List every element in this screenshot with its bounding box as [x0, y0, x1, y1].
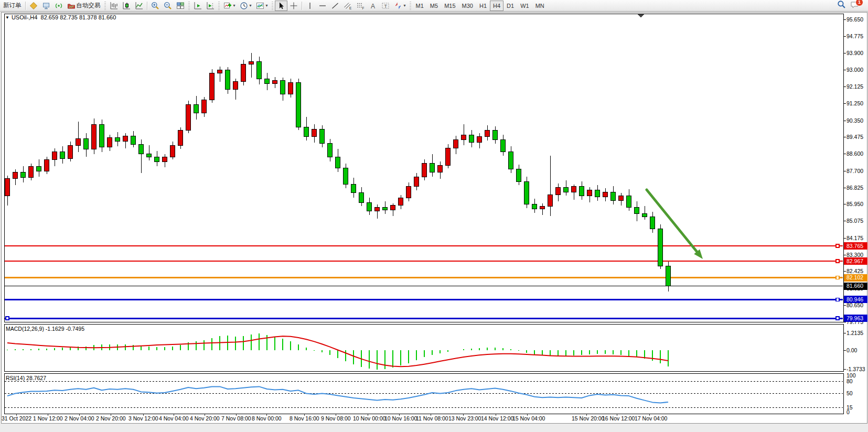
timeframe-w1-button[interactable]: W1 [517, 1, 532, 11]
arrows-button[interactable]: ▾ [392, 1, 408, 11]
svg-text:1 Nov 12:00: 1 Nov 12:00 [33, 415, 63, 422]
svg-text:95.650: 95.650 [846, 16, 863, 23]
chart-area: 95.65094.77593.90093.00092.12591.25090.3… [0, 0, 868, 432]
svg-text:A: A [371, 2, 375, 9]
chart-shift-button[interactable] [204, 1, 217, 11]
svg-text:16 Nov 12:00: 16 Nov 12:00 [602, 415, 635, 422]
svg-text:15 Nov 04:00: 15 Nov 04:00 [512, 415, 545, 422]
timeframe-m5-button[interactable]: M5 [427, 1, 441, 11]
search-icon[interactable] [837, 0, 846, 11]
svg-text:31 Oct 2022: 31 Oct 2022 [2, 415, 31, 422]
horizontal-line-button[interactable] [316, 1, 329, 11]
text-label-button[interactable]: T [379, 1, 392, 11]
candlestick-chart-button[interactable] [120, 1, 133, 11]
bar-chart-button[interactable] [108, 1, 120, 11]
mql5-diamond-icon [29, 2, 38, 10]
arrow-objects-icon [394, 2, 402, 10]
rsi-indicator-label: RSI(14) 28.7627 [6, 375, 46, 381]
svg-text:80.946: 80.946 [846, 296, 863, 303]
timeframe-group: M1M5M15M30H1H4D1W1MN [413, 1, 548, 11]
timeframe-h1-button[interactable]: H1 [476, 1, 490, 11]
svg-text:13 Nov 23:00: 13 Nov 23:00 [448, 415, 481, 422]
toolbar-grip[interactable] [218, 2, 220, 10]
timeframe-m30-button[interactable]: M30 [459, 1, 476, 11]
symbol-dropdown-icon[interactable]: ▼ [5, 15, 9, 20]
svg-text:93.900: 93.900 [846, 50, 863, 56]
svg-text:8 Nov 16:00: 8 Nov 16:00 [290, 415, 319, 422]
svg-text:82.425: 82.425 [846, 268, 863, 274]
svg-text:82.102: 82.102 [846, 274, 863, 280]
toolbar-separator [25, 2, 26, 10]
svg-text:2 Nov 20:00: 2 Nov 20:00 [96, 415, 126, 422]
templates-button[interactable]: ▾ [254, 1, 270, 11]
virtual-hosting-button[interactable] [40, 1, 52, 11]
timeframe-h4-button[interactable]: H4 [490, 1, 503, 11]
new-order-button[interactable]: 新订单 [1, 1, 24, 11]
svg-text:83.765: 83.765 [846, 243, 863, 249]
svg-text:F: F [362, 6, 364, 10]
svg-text:15 Nov 20:00: 15 Nov 20:00 [572, 415, 605, 422]
clock-icon [240, 2, 248, 10]
notification-badge: 1 [855, 0, 863, 6]
crosshair-button[interactable] [287, 1, 300, 11]
indicators-button[interactable]: ▾ [221, 1, 238, 11]
toolbar-grip[interactable] [104, 2, 106, 10]
svg-text:11 Nov 08:00: 11 Nov 08:00 [416, 415, 448, 422]
chart-shift-icon [206, 2, 215, 10]
auto-scroll-button[interactable] [191, 1, 204, 11]
bar-chart-icon [110, 2, 118, 10]
trendline-button[interactable] [329, 1, 341, 11]
svg-text:94.775: 94.775 [846, 33, 863, 39]
equidistant-channel-button[interactable]: E [341, 1, 354, 11]
svg-text:7 Nov 08:00: 7 Nov 08:00 [221, 415, 251, 422]
toolbar-grip[interactable] [188, 2, 190, 10]
toolbar-separator [147, 2, 147, 10]
timeframe-m1-button[interactable]: M1 [413, 1, 427, 11]
cursor-button[interactable] [275, 1, 287, 11]
timeframe-d1-button[interactable]: D1 [503, 1, 517, 11]
chart-ohlc-values: 82.659 82.735 81.378 81.660 [41, 14, 116, 20]
timeframe-m15-button[interactable]: M15 [441, 1, 458, 11]
cursor-arrow-icon [277, 2, 285, 10]
line-chart-icon [135, 2, 143, 10]
chat-button[interactable]: 1 [850, 1, 860, 11]
svg-text:4 Nov 04:00: 4 Nov 04:00 [159, 415, 189, 422]
mql5-community-button[interactable] [27, 1, 40, 11]
svg-text:91.250: 91.250 [846, 100, 863, 106]
toolbar-grip[interactable] [272, 2, 273, 10]
svg-text:85.950: 85.950 [846, 201, 863, 207]
svg-text:8 Nov 00:00: 8 Nov 00:00 [252, 415, 282, 422]
periods-button[interactable]: ▾ [238, 1, 254, 11]
svg-text:84.175: 84.175 [846, 235, 863, 241]
text-a-icon: A [369, 2, 377, 10]
svg-text:80: 80 [846, 378, 853, 384]
svg-text:93.000: 93.000 [846, 67, 863, 73]
zoom-out-icon [164, 2, 172, 10]
auto-trading-label: 自动交易 [77, 2, 101, 9]
fibonacci-button[interactable]: F [354, 1, 367, 11]
auto-scroll-icon [194, 2, 202, 10]
toolbar-grip[interactable] [410, 2, 411, 10]
toolbar-separator [302, 2, 302, 10]
zoom-in-button[interactable] [149, 1, 162, 11]
auto-trading-button[interactable]: 自动交易 [65, 1, 103, 11]
svg-text:4 Nov 20:00: 4 Nov 20:00 [190, 415, 220, 422]
text-button[interactable]: A [367, 1, 379, 11]
crosshair-icon [290, 2, 298, 10]
svg-text:17 Nov 04:00: 17 Nov 04:00 [635, 415, 668, 422]
macd-indicator-label: MACD(12,26,9) -1.1629 -0.7495 [6, 326, 84, 332]
chevron-down-icon: ▾ [266, 3, 268, 8]
svg-text:10 Nov 16:00: 10 Nov 16:00 [384, 415, 417, 422]
line-chart-button[interactable] [133, 1, 145, 11]
signals-button[interactable] [52, 1, 65, 11]
tile-windows-button[interactable] [174, 1, 187, 11]
vertical-line-button[interactable] [304, 1, 316, 11]
svg-text:10 Nov 00:00: 10 Nov 00:00 [353, 415, 386, 422]
timeframe-mn-button[interactable]: MN [532, 1, 548, 11]
svg-text:83.300: 83.300 [846, 252, 863, 258]
toolbar: 新订单 自动交易 [0, 0, 868, 12]
svg-text:100: 100 [846, 372, 856, 379]
svg-text:3 Nov 12:00: 3 Nov 12:00 [128, 415, 158, 422]
svg-text:86.825: 86.825 [846, 185, 863, 191]
zoom-out-button[interactable] [162, 1, 174, 11]
